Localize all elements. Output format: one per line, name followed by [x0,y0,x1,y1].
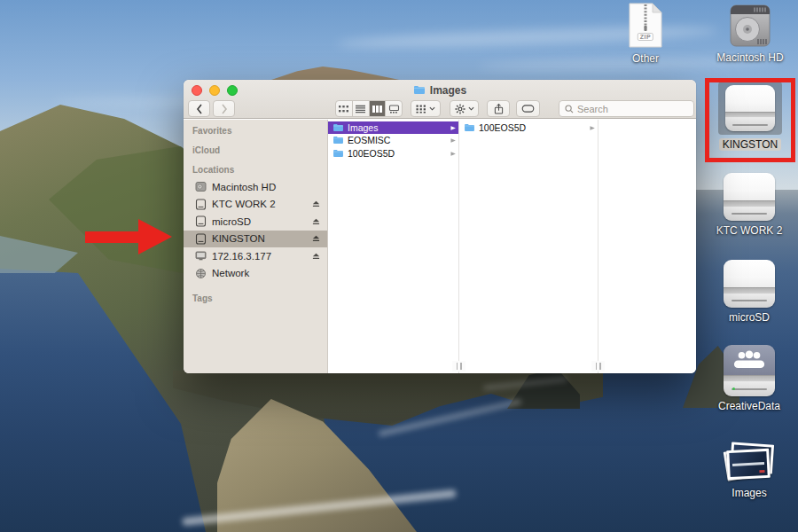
column-divider [598,120,598,373]
search-icon [565,105,574,113]
folder-icon [332,123,344,132]
eject-icon[interactable] [310,216,321,226]
sidebar-item-label: Network [212,268,321,278]
sidebar-item-label: microSD [212,216,305,227]
file-row-eosmisc[interactable]: EOSMISC ▶ [328,135,458,147]
eject-icon[interactable] [310,234,321,244]
desktop-icon-creativedata[interactable]: CreativeData [716,345,783,412]
back-button[interactable] [188,100,210,117]
chevron-down-icon [429,106,435,111]
file-name: Images [348,122,448,133]
column-view-icon [372,105,383,113]
sidebar-header-locations: Locations [184,165,327,176]
share-icon [494,103,504,115]
globe-icon [194,267,207,279]
desktop-icon-label: Other [632,52,659,65]
column-divider [458,120,459,373]
internal-drive-icon [728,4,772,48]
file-name: EOSMISC [348,135,448,145]
file-column-2: 100EOS5D ▶ [459,120,598,373]
group-button[interactable] [411,100,441,117]
shared-drive-icon [724,345,775,396]
external-drive-icon [724,260,775,308]
desktop-icon-label: CreativeData [718,400,780,412]
chevron-right-icon [221,104,228,114]
icon-view-button[interactable] [336,101,352,116]
window-title-area: Images [184,82,696,98]
desktop-icon-other[interactable]: ZIP Other [621,2,670,65]
sidebar-item-172-16-3-177[interactable]: 172.16.3.177 [184,247,327,265]
action-menu-button[interactable] [450,100,479,117]
folder-icon [332,136,344,145]
external-drive-icon [194,232,207,245]
desktop-icon-microsd[interactable]: microSD [716,260,783,324]
folder-icon [413,85,426,95]
desktop-icon-label: microSD [729,311,770,324]
forward-button[interactable] [213,100,235,117]
sidebar-item-kingston[interactable]: KINGSTON [184,231,327,248]
photo-stack-icon [723,441,776,483]
group-icon [416,105,426,113]
view-mode-switcher [335,100,403,117]
desktop: { "window": { "title": "Images", "toolba… [0,0,798,532]
zip-badge-label: ZIP [638,33,653,41]
desktop-icon-label: KTC WORK 2 [716,224,783,237]
file-name: 100EOS5D [348,148,448,159]
desktop-icon-label: Images [732,487,766,499]
network-display-icon [194,250,207,262]
desktop-icon-label: Macintosh HD [716,51,783,64]
sidebar-item-network[interactable]: Network [184,265,327,283]
column-resize-handle[interactable] [591,361,605,372]
disclosure-arrow-icon: ▶ [451,124,456,130]
column-view: Images ▶ EOSMISC ▶ 100EOS5D ▶ 100EOS5D [328,120,696,373]
gear-icon [455,104,466,114]
annotation-arrow [85,219,172,254]
external-drive-icon [194,215,207,228]
internal-drive-icon [194,181,207,193]
list-view-icon [355,105,366,113]
sidebar-item-label: 172.16.3.177 [212,251,305,262]
search-input[interactable] [577,104,675,114]
sidebar-item-ktc-work-2[interactable]: KTC WORK 2 [184,196,327,214]
tag-icon [521,105,535,113]
column-resize-handle[interactable] [452,361,466,372]
column-view-button[interactable] [369,101,386,116]
file-column-1: Images ▶ EOSMISC ▶ 100EOS5D ▶ [328,120,458,373]
desktop-icon-macintosh-hd[interactable]: Macintosh HD [716,4,784,64]
tag-button[interactable] [516,100,540,117]
folder-icon [332,149,344,158]
toolbar [184,99,696,119]
icon-view-icon [338,105,349,113]
disclosure-arrow-icon: ▶ [451,137,456,144]
sidebar-header-favorites: Favorites [184,126,327,137]
disclosure-arrow-icon: ▶ [591,124,595,130]
drive-led [732,387,735,390]
disclosure-arrow-icon: ▶ [451,150,456,156]
window-title: Images [430,84,466,97]
gallery-view-icon [388,105,400,113]
file-row-images[interactable]: Images ▶ [328,121,458,134]
file-row-100eos5d[interactable]: 100EOS5D ▶ [328,147,458,160]
desktop-icon-ktc-work-2[interactable]: KTC WORK 2 [716,173,783,237]
sidebar: Favorites iCloud Locations Macintosh HD … [184,120,328,373]
window-titlebar[interactable]: Images [184,80,696,119]
sidebar-header-icloud: iCloud [184,145,327,156]
search-field[interactable] [559,100,694,117]
external-drive-icon [194,198,207,210]
gallery-view-button[interactable] [385,101,402,116]
eject-icon[interactable] [310,251,321,261]
list-view-button[interactable] [352,101,369,116]
sidebar-item-label: KTC WORK 2 [212,199,305,209]
share-button[interactable] [487,100,510,117]
external-drive-icon [724,173,775,221]
zip-file-icon: ZIP [628,2,663,49]
file-row-100eos5d[interactable]: 100EOS5D ▶ [459,121,598,134]
sidebar-item-microsd[interactable]: microSD [184,213,327,231]
annotation-highlight-box [705,78,795,162]
sidebar-item-macintosh-hd[interactable]: Macintosh HD [184,178,327,196]
eject-icon[interactable] [310,200,321,209]
sidebar-item-label: Macintosh HD [212,182,321,192]
window-body: Favorites iCloud Locations Macintosh HD … [184,120,696,373]
desktop-icon-images[interactable]: Images [720,441,778,499]
file-name: 100EOS5D [479,122,587,133]
